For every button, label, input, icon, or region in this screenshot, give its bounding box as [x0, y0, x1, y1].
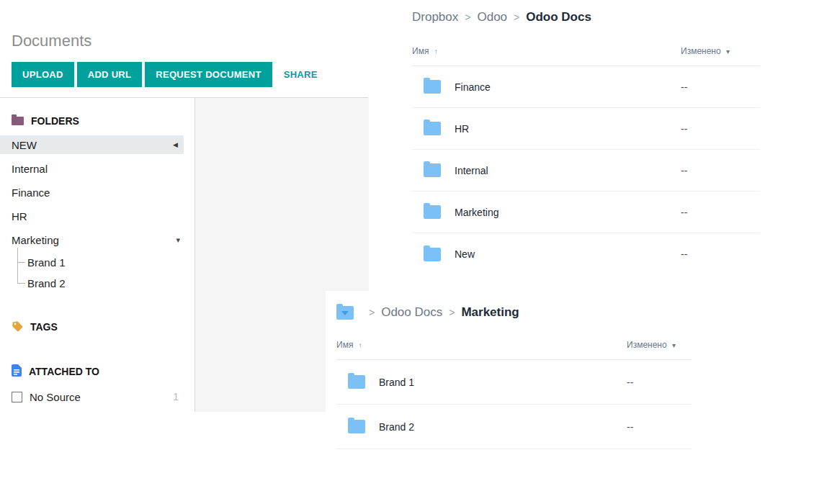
attached-to-section-title: ATTACHED TO [29, 366, 99, 377]
column-modified-label: Изменено [681, 46, 721, 56]
breadcrumb: Dropbox > Odoo > Odoo Docs [412, 10, 760, 24]
sidebar-item-label: HR [12, 210, 27, 222]
table-header: Имя ↑ Изменено ▾ [336, 340, 692, 360]
sort-desc-icon: ▾ [672, 341, 676, 349]
dropbox-browser-marketing: > Odoo Docs > Marketing Имя ↑ Изменено ▾… [326, 291, 702, 455]
add-url-button[interactable]: ADD URL [77, 62, 143, 87]
no-source-checkbox[interactable] [12, 392, 22, 402]
request-document-button[interactable]: REQUEST DOCUMENT [145, 62, 272, 87]
modified-value: -- [681, 123, 760, 135]
sidebar-item-finance[interactable]: Finance [0, 181, 194, 204]
breadcrumb-odoo-docs[interactable]: Odoo Docs [381, 305, 442, 320]
breadcrumb-dropbox[interactable]: Dropbox [412, 10, 458, 24]
column-modified-label: Изменено [627, 340, 667, 350]
sort-asc-icon: ↑ [359, 341, 362, 349]
folders-section-title: FOLDERS [31, 115, 79, 127]
column-name-label: Имя [336, 340, 353, 350]
folder-row-new[interactable]: New [412, 248, 681, 261]
folder-row-brand-2[interactable]: Brand 2 [336, 420, 627, 433]
table-row[interactable]: Brand 1 -- [336, 360, 692, 405]
folder-icon [424, 122, 441, 135]
modified-value: -- [681, 248, 760, 260]
breadcrumb-separator: > [369, 307, 375, 318]
tags-section-title: TAGS [30, 321, 58, 333]
breadcrumb-separator: > [449, 307, 455, 318]
breadcrumb: > Odoo Docs > Marketing [336, 305, 692, 320]
sidebar-item-brand-1[interactable]: Brand 1 [0, 252, 194, 273]
folder-row-finance[interactable]: Finance [412, 80, 681, 94]
share-button[interactable]: SHARE [284, 69, 318, 80]
folder-icon [424, 80, 441, 94]
column-name-label: Имя [412, 46, 429, 56]
sidebar-item-label: NEW [12, 139, 37, 151]
no-source-count: 1 [81, 391, 179, 402]
folder-dropdown-icon[interactable] [336, 306, 354, 320]
modified-value: -- [627, 421, 692, 433]
table-row[interactable]: Internal -- [412, 150, 760, 192]
folder-icon [348, 420, 365, 433]
sidebar-item-label: Brand 1 [27, 256, 66, 269]
sidebar-item-internal[interactable]: Internal [0, 157, 194, 181]
odoo-control-panel: Documents UPLOAD ADD URL REQUEST DOCUMEN… [0, 0, 368, 98]
folder-row-internal[interactable]: Internal [412, 163, 681, 177]
breadcrumb-marketing: Marketing [461, 305, 519, 320]
folder-icon [348, 375, 365, 389]
folder-name: Finance [455, 81, 491, 93]
sidebar-item-label: Finance [12, 186, 50, 199]
folder-name: New [455, 248, 475, 260]
modified-value: -- [681, 165, 760, 176]
folder-name: Internal [455, 165, 488, 176]
folders-section-header: FOLDERS [0, 111, 194, 131]
table-row[interactable]: Finance -- [412, 66, 760, 108]
folder-name: Brand 2 [379, 421, 414, 433]
sidebar-item-marketing[interactable]: Marketing ▾ [0, 228, 194, 252]
table-header: Имя ↑ Изменено ▾ [412, 46, 760, 66]
folder-row-hr[interactable]: HR [412, 122, 681, 135]
page-title: Documents [12, 32, 91, 50]
sort-desc-icon: ▾ [726, 48, 730, 55]
sidebar-item-brand-2[interactable]: Brand 2 [0, 273, 194, 294]
table-row[interactable]: Marketing -- [412, 192, 760, 233]
sidebar-item-label: Marketing [12, 234, 59, 246]
folder-name: Brand 1 [379, 377, 414, 388]
action-buttons: UPLOAD ADD URL REQUEST DOCUMENT SHARE [12, 62, 318, 87]
breadcrumb-odoo[interactable]: Odoo [477, 10, 507, 24]
modified-value: -- [681, 81, 760, 93]
breadcrumb-odoo-docs: Odoo Docs [526, 10, 591, 24]
sidebar: FOLDERS NEW ◀ Internal Finance HR Market… [0, 98, 195, 412]
folder-icon [424, 248, 441, 261]
collapse-left-icon[interactable]: ◀ [173, 141, 178, 148]
column-header-modified[interactable]: Изменено ▾ [681, 46, 760, 56]
upload-button[interactable]: UPLOAD [12, 62, 74, 87]
sidebar-item-label: Brand 2 [27, 277, 66, 289]
no-source-label: No Source [30, 391, 81, 403]
table-row[interactable]: Brand 2 -- [336, 405, 692, 449]
folder-icon [12, 117, 24, 125]
tag-icon [12, 320, 23, 334]
folder-name: Marketing [455, 207, 498, 218]
column-header-name[interactable]: Имя ↑ [336, 340, 627, 350]
sidebar-item-label: Internal [12, 163, 48, 175]
folder-name: HR [455, 123, 469, 135]
filter-no-source[interactable]: No Source 1 [0, 387, 194, 406]
modified-value: -- [627, 377, 692, 388]
caret-down-icon[interactable]: ▾ [176, 235, 183, 245]
document-icon [12, 364, 22, 379]
folder-row-brand-1[interactable]: Brand 1 [336, 375, 627, 389]
dropbox-browser-main: Dropbox > Odoo > Odoo Docs Имя ↑ Изменен… [412, 10, 760, 275]
folder-row-marketing[interactable]: Marketing [412, 205, 681, 219]
table-row[interactable]: New -- [412, 233, 760, 275]
modified-value: -- [681, 207, 760, 218]
breadcrumb-separator: > [514, 12, 519, 23]
table-row[interactable]: HR -- [412, 108, 760, 150]
sort-asc-icon: ↑ [434, 48, 438, 55]
sidebar-item-hr[interactable]: HR [0, 204, 194, 228]
column-header-name[interactable]: Имя ↑ [412, 46, 681, 56]
column-header-modified[interactable]: Изменено ▾ [627, 340, 692, 350]
attached-to-section-header: ATTACHED TO [0, 361, 194, 382]
tags-section-header: TAGS [0, 317, 194, 337]
sidebar-item-new[interactable]: NEW ◀ [0, 135, 184, 154]
folder-icon [424, 163, 441, 177]
breadcrumb-separator: > [465, 12, 470, 23]
folder-icon [424, 205, 441, 219]
